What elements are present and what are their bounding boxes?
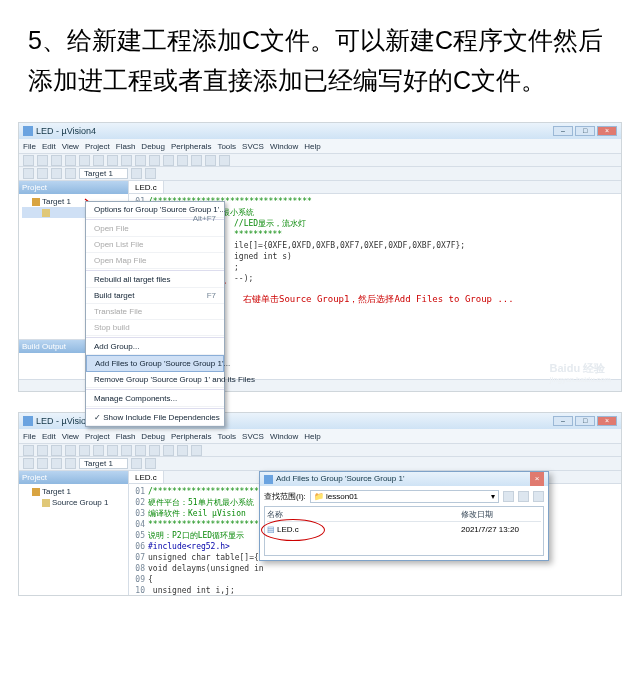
ctx-manage[interactable]: Manage Components... [86,391,224,407]
col-date[interactable]: 修改日期 [461,509,541,520]
tool-button[interactable] [149,445,160,456]
view-button[interactable] [533,491,544,502]
menu-view[interactable]: View [62,432,79,441]
ctx-rebuild[interactable]: Rebuild all target files [86,272,224,288]
tool-button[interactable] [51,168,62,179]
tree-source-group[interactable]: Source Group 1 [22,497,125,508]
target-selector[interactable]: Target 1 [79,458,128,469]
dialog-close-button[interactable]: × [530,472,544,486]
menu-tools[interactable]: Tools [217,142,236,151]
tool-button[interactable] [177,155,188,166]
ctx-stop[interactable]: Stop build [86,320,224,336]
tool-button[interactable] [79,155,90,166]
project-tree[interactable]: Target 1 Source Group 1 [19,484,128,595]
tool-button[interactable] [131,458,142,469]
tool-button[interactable] [131,168,142,179]
menu-peripherals[interactable]: Peripherals [171,432,211,441]
menu-peripherals[interactable]: Peripherals [171,142,211,151]
menu-flash[interactable]: Flash [116,142,136,151]
minimize-button[interactable]: – [553,416,573,426]
tool-button[interactable] [107,155,118,166]
up-button[interactable] [503,491,514,502]
editor-tab[interactable]: LED.c [129,471,164,483]
menu-file[interactable]: File [23,142,36,151]
menu-svcs[interactable]: SVCS [242,142,264,151]
tool-button[interactable] [65,168,76,179]
tool-button[interactable] [163,155,174,166]
tool-button[interactable] [37,155,48,166]
menu-svcs[interactable]: SVCS [242,432,264,441]
tool-button[interactable] [145,168,156,179]
maximize-button[interactable]: □ [575,416,595,426]
tool-button[interactable] [93,445,104,456]
tool-button[interactable] [51,458,62,469]
tool-button[interactable] [65,445,76,456]
menu-file[interactable]: File [23,432,36,441]
tool-button[interactable] [23,458,34,469]
menu-flash[interactable]: Flash [116,432,136,441]
ctx-build[interactable]: Build targetF7 [86,288,224,304]
menu-edit[interactable]: Edit [42,432,56,441]
menu-debug[interactable]: Debug [141,142,165,151]
tool-button[interactable] [37,445,48,456]
tree-target[interactable]: Target 1 [22,486,125,497]
ctx-open-map[interactable]: Open Map File [86,253,224,269]
dialog-icon [264,475,273,484]
tool-button[interactable] [37,458,48,469]
tool-button[interactable] [121,155,132,166]
tool-button[interactable] [145,458,156,469]
tool-button[interactable] [135,155,146,166]
tool-button[interactable] [107,445,118,456]
ctx-open-list[interactable]: Open List File [86,237,224,253]
ctx-options[interactable]: Options for Group 'Source Group 1'... Al… [86,202,224,218]
folder-icon [42,499,50,507]
tool-button[interactable] [79,445,90,456]
menu-project[interactable]: Project [85,432,110,441]
tool-button[interactable] [149,155,160,166]
target-selector[interactable]: Target 1 [79,168,128,179]
tool-button[interactable] [37,168,48,179]
menu-window[interactable]: Window [270,142,298,151]
minimize-button[interactable]: – [553,126,573,136]
menu-help[interactable]: Help [304,142,320,151]
menu-edit[interactable]: Edit [42,142,56,151]
ctx-add-group[interactable]: Add Group... [86,339,224,355]
ctx-translate[interactable]: Translate File [86,304,224,320]
close-button[interactable]: × [597,416,617,426]
editor-tab[interactable]: LED.c [129,181,164,193]
close-button[interactable]: × [597,126,617,136]
tool-button[interactable] [93,155,104,166]
tool-button[interactable] [65,458,76,469]
tool-button[interactable] [135,445,146,456]
file-list[interactable]: 名称 修改日期 ▤ LED.c 2021/7/27 13:20 [264,506,544,556]
tool-button[interactable] [51,155,62,166]
tool-button[interactable] [177,445,188,456]
menu-window[interactable]: Window [270,432,298,441]
tool-button[interactable] [23,155,34,166]
ctx-open-file[interactable]: Open File [86,221,224,237]
tool-button[interactable] [163,445,174,456]
tool-button[interactable] [191,155,202,166]
ctx-show-include[interactable]: ✓ Show Include File Dependencies [86,410,224,426]
look-in-dropdown[interactable]: 📁 lesson01 ▾ [310,490,499,503]
add-files-dialog: Add Files to Group 'Source Group 1' × 查找… [259,471,549,561]
maximize-button[interactable]: □ [575,126,595,136]
menu-help[interactable]: Help [304,432,320,441]
tool-button[interactable] [51,445,62,456]
tool-button[interactable] [23,445,34,456]
menu-tools[interactable]: Tools [217,432,236,441]
menu-debug[interactable]: Debug [141,432,165,441]
col-name[interactable]: 名称 [267,509,461,520]
tool-button[interactable] [205,155,216,166]
menu-view[interactable]: View [62,142,79,151]
ctx-remove-group[interactable]: Remove Group 'Source Group 1' and its Fi… [86,372,224,388]
tool-button[interactable] [121,445,132,456]
new-folder-button[interactable] [518,491,529,502]
file-entry[interactable]: ▤ LED.c 2021/7/27 13:20 [267,525,541,534]
menu-project[interactable]: Project [85,142,110,151]
tool-button[interactable] [23,168,34,179]
ctx-add-files[interactable]: Add Files to Group 'Source Group 1'... [86,355,224,372]
tool-button[interactable] [65,155,76,166]
tool-button[interactable] [191,445,202,456]
tool-button[interactable] [219,155,230,166]
